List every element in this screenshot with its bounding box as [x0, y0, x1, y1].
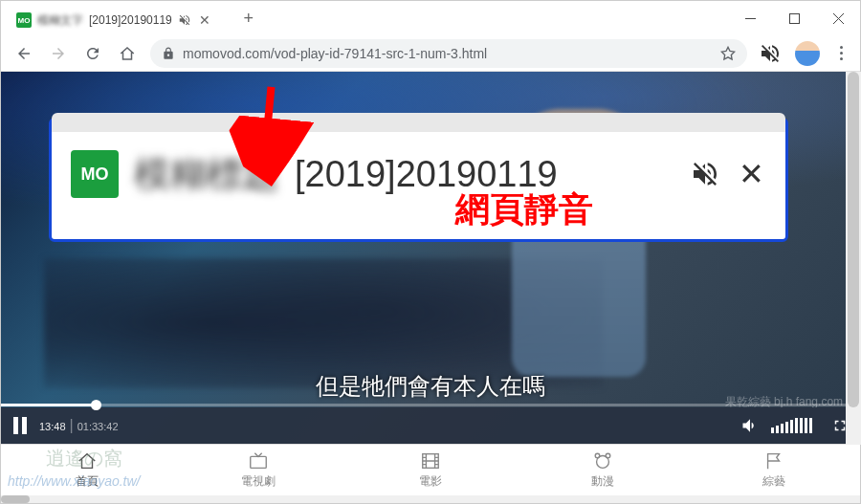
bear-icon	[592, 450, 613, 471]
profile-avatar[interactable]	[795, 41, 820, 66]
address-bar: momovod.com/vod-play-id-79141-src-1-num-…	[1, 35, 860, 72]
svg-line-4	[232, 87, 302, 164]
window-controls	[728, 3, 860, 33]
svg-rect-2	[13, 417, 18, 434]
tab-title-suffix: [2019]20190119	[89, 13, 172, 27]
reload-button[interactable]	[77, 38, 108, 69]
browser-window: MO 模糊文字 [2019]20190119 ✕ + momovod.com/v…	[0, 0, 861, 504]
url-box[interactable]: momovod.com/vod-play-id-79141-src-1-num-…	[150, 39, 747, 68]
page-content: MO 模糊標題 [2019]20190119 ✕ 網頁靜音 但是牠們會有本人在嗎…	[1, 72, 860, 503]
tab-close-icon[interactable]: ✕	[197, 12, 212, 28]
tab-mute-icon[interactable]	[178, 13, 191, 27]
svg-point-8	[595, 453, 600, 458]
back-button[interactable]	[9, 38, 39, 69]
forward-button	[43, 38, 74, 69]
svg-rect-5	[251, 456, 267, 468]
lock-icon	[162, 47, 175, 60]
annotation-text: 網頁靜音	[455, 186, 593, 233]
flag-icon	[763, 450, 784, 471]
extension-mute-icon[interactable]	[759, 42, 782, 65]
browser-tab[interactable]: MO 模糊文字 [2019]20190119 ✕	[9, 5, 220, 35]
home-button[interactable]	[112, 38, 143, 69]
titlebar: MO 模糊文字 [2019]20190119 ✕ +	[1, 1, 860, 35]
minimize-button[interactable]	[728, 3, 772, 33]
video-controls: 13:48|01:33:42	[1, 407, 860, 444]
nav-variety[interactable]: 綜藝	[688, 445, 860, 495]
nav-movie[interactable]: 電影	[344, 445, 517, 495]
new-tab-button[interactable]: +	[235, 5, 262, 32]
callout-mute-icon[interactable]	[690, 159, 720, 189]
watermark-logo: 逍遙の窩	[46, 446, 122, 471]
tab-callout-overlay: MO 模糊標題 [2019]20190119 ✕ 網頁靜音	[49, 118, 788, 242]
watermark-url: http://www.xiaoyao.tw/	[8, 473, 141, 489]
annotation-arrow	[235, 89, 302, 179]
svg-rect-1	[789, 13, 799, 23]
menu-button[interactable]	[829, 42, 852, 65]
horizontal-scrollbar[interactable]	[1, 495, 860, 503]
progress-bar[interactable]	[1, 404, 860, 406]
video-subtitle: 但是牠們會有本人在嗎	[316, 371, 545, 402]
nav-anime[interactable]: 動漫	[517, 445, 689, 495]
svg-point-9	[606, 453, 610, 458]
close-window-button[interactable]	[816, 3, 860, 33]
video-player[interactable]: MO 模糊標題 [2019]20190119 ✕ 網頁靜音 但是牠們會有本人在嗎…	[1, 72, 860, 444]
url-text: momovod.com/vod-play-id-79141-src-1-num-…	[183, 46, 713, 61]
pause-button[interactable]	[12, 417, 28, 434]
svg-rect-0	[745, 18, 756, 19]
film-icon	[420, 450, 441, 471]
bookmark-star-icon[interactable]	[720, 46, 736, 61]
callout-favicon: MO	[71, 150, 119, 198]
tv-icon	[248, 450, 269, 471]
volume-bars[interactable]	[771, 418, 812, 433]
volume-icon[interactable]	[740, 416, 760, 435]
tab-title-blurred: 模糊文字	[37, 12, 83, 29]
svg-rect-3	[22, 417, 27, 434]
time-display: 13:48|01:33:42	[39, 417, 119, 434]
tab-favicon: MO	[16, 12, 32, 28]
vertical-scrollbar[interactable]	[846, 72, 861, 445]
callout-close-icon[interactable]: ✕	[736, 159, 766, 189]
maximize-button[interactable]	[772, 3, 816, 33]
nav-tv[interactable]: 電視劇	[173, 445, 345, 495]
